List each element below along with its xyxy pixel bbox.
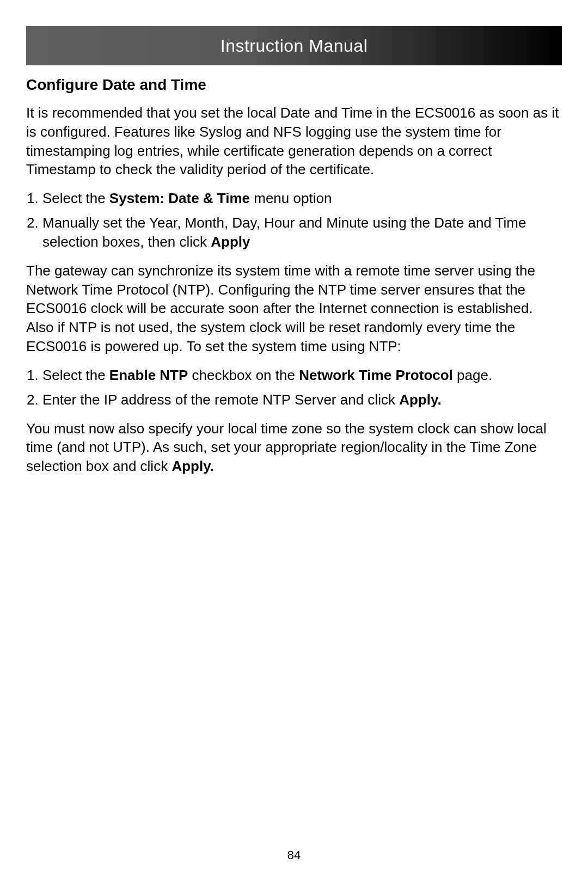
page-number: 84 bbox=[0, 848, 588, 862]
banner-title: Instruction Manual bbox=[220, 36, 367, 56]
text: Select the bbox=[42, 367, 109, 383]
text: Enter the IP address of the remote NTP S… bbox=[42, 391, 399, 408]
list-item: Enter the IP address of the remote NTP S… bbox=[42, 390, 562, 409]
section-heading: Configure Date and Time bbox=[26, 76, 562, 94]
text: page. bbox=[453, 367, 492, 383]
bold-text: Enable NTP bbox=[109, 367, 188, 383]
bold-text: Apply bbox=[211, 234, 250, 250]
bold-text: Apply. bbox=[171, 458, 214, 474]
paragraph-1: It is recommended that you set the local… bbox=[26, 103, 562, 179]
text: checkbox on the bbox=[188, 367, 299, 383]
bold-text: System: Date & Time bbox=[109, 190, 250, 206]
steps-list-2: Select the Enable NTP checkbox on the Ne… bbox=[26, 366, 562, 409]
text: Select the bbox=[42, 190, 109, 206]
steps-list-1: Select the System: Date & Time menu opti… bbox=[26, 189, 562, 251]
bold-text: Apply. bbox=[399, 391, 442, 408]
text: Manually set the Year, Month, Day, Hour … bbox=[42, 215, 526, 250]
page: Instruction Manual Configure Date and Ti… bbox=[0, 0, 588, 476]
header-banner: Instruction Manual bbox=[26, 26, 562, 65]
list-item: Select the Enable NTP checkbox on the Ne… bbox=[42, 366, 562, 385]
list-item: Select the System: Date & Time menu opti… bbox=[42, 189, 562, 208]
list-item: Manually set the Year, Month, Day, Hour … bbox=[42, 213, 562, 252]
bold-text: Network Time Protocol bbox=[299, 367, 453, 383]
text: menu option bbox=[250, 190, 332, 206]
paragraph-2: The gateway can synchronize its system t… bbox=[26, 261, 562, 356]
paragraph-3: You must now also specify your local tim… bbox=[26, 419, 562, 476]
text: You must now also specify your local tim… bbox=[26, 420, 547, 475]
